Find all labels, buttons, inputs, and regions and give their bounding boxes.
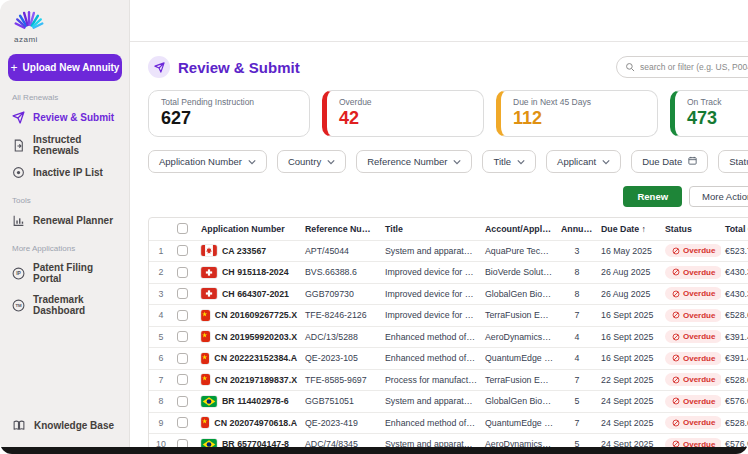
circled-tm-icon: TM — [12, 299, 25, 312]
row-checkbox-cell — [173, 434, 197, 448]
row-checkbox[interactable] — [177, 417, 188, 428]
filter-applicant[interactable]: Applicant — [546, 150, 621, 173]
row-checkbox[interactable] — [177, 439, 188, 447]
application-number-text: CN 202074970618.A — [214, 418, 297, 428]
total-cost-cell: €523.71 — [721, 240, 748, 262]
status-badge: Overdue — [665, 373, 721, 386]
application-number: CN 201959920203.X — [201, 331, 297, 342]
row-checkbox[interactable] — [177, 310, 188, 321]
application-number-text: CH 664307-2021 — [222, 289, 289, 299]
app-window: azami + Upload New Annuity All Renewals … — [0, 0, 748, 454]
application-number: CN 201609267725.X — [201, 310, 297, 321]
application-number-text: CN 202197189837.X — [215, 375, 297, 385]
status-cell: Overdue — [661, 262, 721, 284]
column-header-title: Title — [381, 218, 481, 240]
more-actions-button[interactable]: More Actions — [689, 186, 748, 207]
flag-cn-icon — [201, 310, 210, 321]
renewals-table: Application NumberReference NumberTitleA… — [148, 217, 748, 447]
stat-card-label: Due in Next 45 Days — [513, 97, 645, 107]
account-applicant-cell: GlobalGen Biopharma — [481, 283, 557, 305]
filter-application-number[interactable]: Application Number — [148, 150, 267, 173]
application-number-cell: CN 202197189837.X — [197, 369, 301, 391]
application-number-text: CN 202223152384.A — [214, 353, 297, 363]
filter-label: Application Number — [159, 156, 242, 167]
column-header-due: Due Date ↑ — [597, 218, 661, 240]
overdue-icon — [672, 290, 680, 298]
brand-name: azami — [14, 35, 121, 44]
sidebar-item-patent-filing-portal[interactable]: IP Patent Filing Portal — [8, 257, 121, 289]
filter-icon-wrap — [517, 156, 525, 167]
flag-br-icon — [201, 439, 217, 447]
flag-cn-icon — [201, 417, 209, 428]
overdue-icon — [672, 440, 680, 447]
sidebar-item-knowledge-base[interactable]: Knowledge Base — [8, 414, 121, 437]
row-checkbox[interactable] — [177, 267, 188, 278]
column-header-account: Account/Applicant — [481, 218, 557, 240]
title-cell: Improved device for energy storage — [381, 262, 481, 284]
filter-label: Applicant — [557, 156, 596, 167]
filter-country[interactable]: Country — [277, 150, 346, 173]
flag-br-icon — [201, 396, 217, 407]
filter-due-date[interactable]: Due Date — [631, 150, 708, 173]
application-number-cell: CN 202074970618.A — [197, 412, 301, 434]
sidebar-item-inactive-ip-list[interactable]: Inactive IP List — [8, 161, 121, 184]
flag-br-icon — [201, 439, 217, 447]
status-badge: Overdue — [665, 416, 721, 429]
sidebar-item-label: Instructed Renewals — [33, 134, 117, 156]
row-checkbox[interactable] — [177, 374, 188, 385]
flag-ch-icon — [201, 288, 217, 299]
total-cost-cell: €528.6 — [721, 412, 748, 434]
sidebar-item-instructed-renewals[interactable]: Instructed Renewals — [8, 129, 121, 161]
renew-button[interactable]: Renew — [623, 186, 682, 207]
status-badge-label: Overdue — [683, 246, 715, 255]
select-all-checkbox[interactable] — [177, 223, 188, 234]
title-cell: Enhanced method of water... — [381, 412, 481, 434]
filter-reference-number[interactable]: Reference Number — [356, 150, 472, 173]
sidebar-item-renewal-planner[interactable]: Renewal Planner — [8, 209, 121, 232]
account-applicant-cell: AeroDynamics Corp. — [481, 434, 557, 448]
table-row: 5CN 201959920203.XADC/13/5288Enhanced me… — [149, 326, 748, 348]
upload-new-annuity-button[interactable]: + Upload New Annuity — [8, 54, 122, 81]
overdue-icon — [672, 397, 680, 405]
bar-chart-icon — [12, 214, 25, 227]
due-date-cell: 24 Sept 2025 — [597, 434, 661, 448]
status-badge: Overdue — [665, 352, 721, 365]
flag-ch-icon — [201, 288, 217, 299]
reference-number-cell: GGB709730 — [301, 283, 381, 305]
sidebar-item-label: Review & Submit — [33, 112, 114, 123]
sidebar-item-review-submit[interactable]: Review & Submit — [8, 106, 121, 129]
filter-status[interactable]: Status — [718, 150, 748, 173]
due-date-cell: 24 Sept 2025 — [597, 412, 661, 434]
filter-title[interactable]: Title — [482, 150, 536, 173]
row-checkbox[interactable] — [177, 353, 188, 364]
sidebar-item-label: Patent Filing Portal — [33, 262, 117, 284]
row-checkbox[interactable] — [177, 288, 188, 299]
flag-cn-icon — [201, 417, 209, 428]
sidebar: azami + Upload New Annuity All Renewals … — [0, 0, 130, 447]
sidebar-item-trademark-dashboard[interactable]: TM Trademark Dashboard — [8, 289, 121, 321]
row-index: 10 — [149, 434, 173, 448]
filters-row: Application NumberCountryReference Numbe… — [148, 150, 748, 173]
account-applicant-cell: GlobalGen Biopharma — [481, 391, 557, 413]
due-date-cell: 16 Sept 2025 — [597, 348, 661, 370]
application-number-text: CN 201609267725.X — [215, 310, 297, 320]
application-number-text: CA 233567 — [222, 246, 266, 256]
application-number-cell: CN 201959920203.X — [197, 326, 301, 348]
search-box[interactable] — [616, 56, 748, 78]
row-checkbox[interactable] — [177, 331, 188, 342]
stat-card-value: 112 — [513, 108, 645, 129]
application-number-text: CH 915118-2024 — [222, 267, 289, 277]
application-number: CH 915118-2024 — [201, 267, 297, 278]
application-number-cell: CH 915118-2024 — [197, 262, 301, 284]
sidebar-item-label: Inactive IP List — [33, 167, 103, 178]
application-number: CN 202074970618.A — [201, 417, 297, 428]
calendar-icon — [688, 156, 697, 165]
row-checkbox[interactable] — [177, 245, 188, 256]
table-row: 10BR 657704147-8ADC/74/8345System and ap… — [149, 434, 748, 448]
stat-card: Overdue42 — [322, 90, 484, 137]
search-input[interactable] — [640, 62, 748, 72]
row-checkbox-cell — [173, 305, 197, 327]
row-checkbox[interactable] — [177, 396, 188, 407]
application-number: CN 202223152384.A — [201, 353, 297, 364]
flag-cn-icon — [201, 374, 210, 385]
